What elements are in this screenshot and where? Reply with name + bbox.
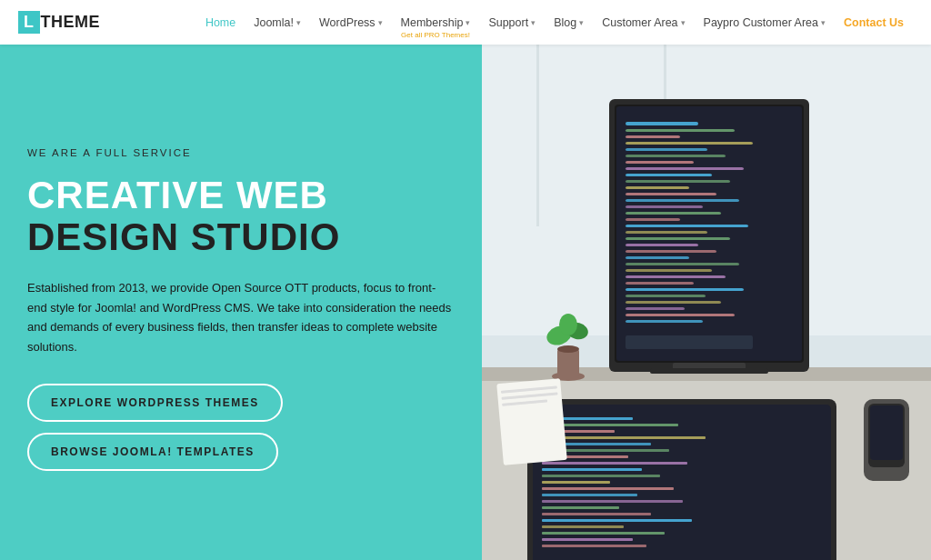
- chevron-down-icon: ▾: [821, 18, 826, 27]
- logo-theme: THEME: [41, 13, 101, 32]
- svg-rect-60: [542, 506, 619, 509]
- svg-rect-57: [542, 487, 674, 490]
- svg-rect-30: [626, 256, 689, 259]
- hero-cta-buttons: EXPLORE WORDPRESS THEMES BROWSE JOOMLA! …: [27, 384, 455, 471]
- svg-rect-19: [626, 186, 689, 189]
- main-content: WE ARE A FULL SERVICE CREATIVE WEB DESIG…: [0, 45, 931, 560]
- svg-rect-63: [542, 525, 624, 528]
- svg-rect-29: [626, 250, 716, 253]
- main-nav: Home Joomla! ▾ WordPress ▾ Membership ▾ …: [196, 0, 913, 45]
- membership-sublabel: Get all PRO Themes!: [401, 31, 470, 39]
- explore-wordpress-button[interactable]: EXPLORE WORDPRESS THEMES: [27, 384, 283, 422]
- svg-rect-32: [626, 269, 712, 272]
- hero-tagline: WE ARE A FULL SERVICE: [27, 147, 455, 158]
- svg-rect-9: [626, 122, 698, 125]
- chevron-down-icon: ▾: [681, 18, 686, 27]
- nav-item-contact[interactable]: Contact Us: [835, 0, 913, 45]
- svg-rect-22: [626, 205, 703, 208]
- svg-rect-11: [626, 135, 680, 138]
- svg-rect-27: [626, 237, 730, 240]
- nav-item-support[interactable]: Support ▾: [479, 0, 545, 45]
- svg-rect-25: [626, 225, 748, 227]
- svg-rect-66: [542, 545, 646, 547]
- svg-rect-23: [626, 212, 721, 215]
- nav-item-home[interactable]: Home: [196, 0, 245, 45]
- svg-rect-39: [626, 314, 735, 316]
- svg-rect-90: [870, 405, 903, 460]
- svg-rect-62: [542, 519, 692, 522]
- svg-rect-64: [542, 532, 665, 535]
- svg-rect-61: [542, 513, 651, 515]
- svg-rect-2: [536, 45, 539, 226]
- svg-rect-28: [626, 244, 698, 246]
- svg-rect-56: [542, 481, 610, 484]
- svg-rect-10: [626, 129, 735, 132]
- nav-item-joomla[interactable]: Joomla! ▾: [245, 0, 310, 45]
- svg-rect-13: [626, 148, 707, 151]
- svg-rect-34: [626, 282, 694, 285]
- svg-rect-40: [626, 320, 703, 323]
- svg-rect-37: [626, 301, 721, 304]
- svg-rect-21: [626, 199, 739, 202]
- svg-rect-33: [626, 275, 726, 278]
- svg-rect-12: [626, 142, 753, 145]
- svg-rect-54: [542, 468, 642, 471]
- svg-rect-53: [542, 462, 687, 465]
- browse-joomla-button[interactable]: BROWSE JOOMLA! TEMPLATES: [27, 433, 278, 471]
- nav-item-blog[interactable]: Blog ▾: [545, 0, 593, 45]
- svg-rect-58: [542, 494, 637, 496]
- header: LTHEME Home Joomla! ▾ WordPress ▾ Member…: [0, 0, 931, 45]
- svg-rect-17: [626, 174, 712, 176]
- svg-rect-59: [542, 500, 683, 503]
- nav-item-wordpress[interactable]: WordPress ▾: [310, 0, 392, 45]
- hero-title-line2: DESIGN STUDIO: [27, 216, 455, 258]
- svg-point-84: [557, 345, 579, 353]
- svg-rect-31: [626, 263, 739, 265]
- svg-rect-18: [626, 180, 730, 183]
- nav-item-customer-area[interactable]: Customer Area ▾: [593, 0, 694, 45]
- svg-rect-24: [626, 218, 680, 221]
- svg-rect-36: [626, 295, 706, 297]
- svg-rect-16: [626, 167, 744, 170]
- chevron-down-icon: ▾: [466, 18, 470, 27]
- svg-rect-43: [650, 368, 768, 374]
- logo-l: L: [18, 11, 40, 34]
- svg-rect-65: [542, 538, 633, 541]
- svg-rect-41: [626, 335, 753, 349]
- svg-rect-55: [542, 475, 660, 477]
- svg-rect-26: [626, 231, 707, 234]
- svg-rect-49: [542, 436, 706, 439]
- hero-description: Established from 2013, we provide Open S…: [27, 278, 455, 356]
- logo[interactable]: LTHEME: [18, 11, 100, 34]
- svg-rect-15: [626, 161, 694, 164]
- chevron-down-icon: ▾: [296, 18, 301, 27]
- hero-image: [482, 45, 931, 560]
- nav-item-paypro[interactable]: Paypro Customer Area ▾: [695, 0, 835, 45]
- svg-point-87: [559, 314, 577, 335]
- chevron-down-icon: ▾: [531, 18, 536, 27]
- hero-section: WE ARE A FULL SERVICE CREATIVE WEB DESIG…: [0, 45, 482, 560]
- svg-rect-35: [626, 288, 744, 291]
- chevron-down-icon: ▾: [579, 18, 584, 27]
- svg-rect-14: [626, 155, 726, 157]
- nav-item-membership[interactable]: Membership ▾ Get all PRO Themes!: [392, 0, 480, 45]
- svg-rect-38: [626, 307, 685, 310]
- svg-rect-20: [626, 193, 716, 195]
- hero-title-line1: CREATIVE WEB: [27, 175, 455, 216]
- chevron-down-icon: ▾: [378, 18, 383, 27]
- svg-rect-83: [557, 349, 579, 378]
